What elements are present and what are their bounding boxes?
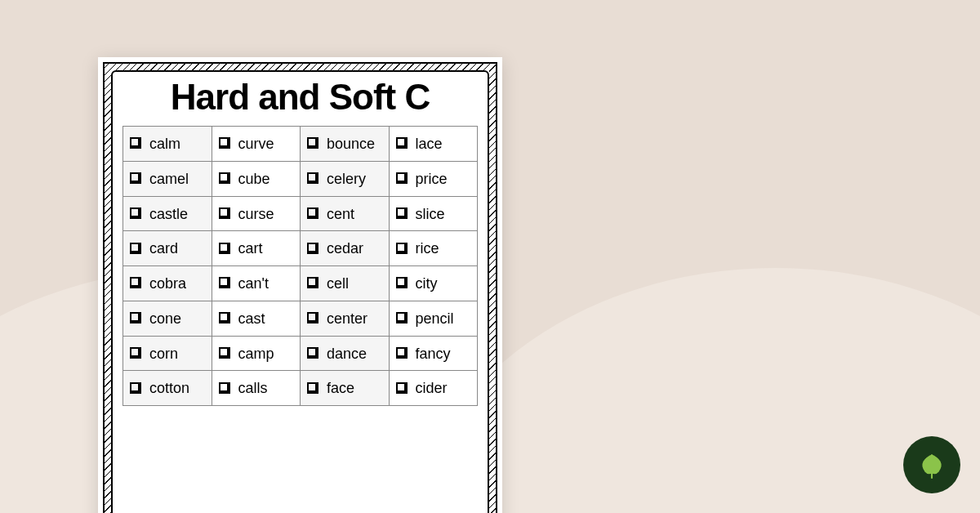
word-table: calmcurvebouncelacecamelcubecelerypricec… (122, 126, 478, 406)
checkbox-icon[interactable] (219, 277, 230, 288)
checkbox-icon[interactable] (130, 277, 141, 288)
word-text: corn (149, 345, 178, 361)
checkbox-icon[interactable] (130, 382, 141, 394)
table-row: calmcurvebouncelace (123, 127, 478, 162)
word-text: castle (149, 205, 188, 221)
word-cell: cone (123, 301, 212, 336)
word-cell: corn (123, 336, 212, 371)
checkbox-icon[interactable] (396, 243, 408, 254)
checkbox-icon[interactable] (130, 243, 141, 254)
word-text: cart (238, 240, 263, 256)
checkbox-icon[interactable] (396, 137, 408, 149)
table-row: cottoncallsfacecider (123, 371, 478, 406)
checkbox-icon[interactable] (130, 347, 141, 359)
brand-logo-badge (903, 436, 960, 493)
table-row: castlecursecentslice (123, 196, 478, 231)
word-cell: cider (389, 371, 478, 406)
checkbox-icon[interactable] (307, 172, 318, 184)
word-text: can't (238, 275, 269, 292)
word-cell: castle (123, 196, 212, 231)
word-text: price (416, 171, 448, 187)
checkbox-icon[interactable] (130, 312, 141, 323)
word-cell: cart (212, 231, 301, 266)
word-text: cent (327, 205, 354, 221)
word-text: slice (416, 205, 445, 221)
word-cell: camp (212, 336, 301, 371)
word-text: cube (238, 171, 270, 187)
word-text: city (416, 275, 438, 292)
checkbox-icon[interactable] (130, 172, 141, 184)
checkbox-icon[interactable] (219, 347, 230, 359)
word-cell: cent (301, 196, 390, 231)
checkbox-icon[interactable] (396, 382, 408, 394)
word-text: bounce (327, 136, 375, 152)
word-text: dance (327, 345, 367, 361)
worksheet-title: Hard and Soft C (122, 77, 478, 118)
worksheet-page: Hard and Soft C calmcurvebouncelacecamel… (98, 57, 502, 513)
word-text: curse (238, 205, 274, 221)
checkbox-icon[interactable] (219, 243, 230, 254)
word-cell: rice (389, 231, 478, 266)
checkbox-icon[interactable] (396, 277, 408, 288)
checkbox-icon[interactable] (396, 207, 408, 219)
checkbox-icon[interactable] (307, 137, 318, 149)
word-text: calm (149, 136, 180, 152)
word-cell: card (123, 231, 212, 266)
word-text: cider (416, 380, 448, 396)
word-cell: celery (301, 161, 390, 196)
checkbox-icon[interactable] (219, 207, 230, 219)
word-text: curve (238, 136, 274, 152)
checkbox-icon[interactable] (307, 382, 318, 394)
word-cell: curse (212, 196, 301, 231)
checkbox-icon[interactable] (219, 382, 230, 394)
word-text: camel (149, 171, 189, 187)
leaf-icon (915, 448, 949, 482)
word-cell: city (389, 266, 478, 301)
word-cell: curve (212, 127, 301, 162)
checkbox-icon[interactable] (219, 312, 230, 323)
word-cell: face (301, 371, 390, 406)
word-text: cast (238, 310, 265, 327)
table-row: cobracan'tcellcity (123, 266, 478, 301)
word-cell: fancy (389, 336, 478, 371)
word-cell: cube (212, 161, 301, 196)
word-cell: slice (389, 196, 478, 231)
word-text: center (327, 310, 368, 327)
checkbox-icon[interactable] (219, 172, 230, 184)
word-text: camp (238, 345, 274, 361)
checkbox-icon[interactable] (307, 312, 318, 323)
word-text: cone (149, 310, 181, 327)
checkbox-icon[interactable] (307, 207, 318, 219)
word-cell: bounce (301, 127, 390, 162)
checkbox-icon[interactable] (307, 347, 318, 359)
checkbox-icon[interactable] (396, 312, 408, 323)
word-cell: cast (212, 301, 301, 336)
word-text: calls (238, 380, 268, 396)
checkbox-icon[interactable] (130, 207, 141, 219)
checkbox-icon[interactable] (396, 347, 408, 359)
word-cell: dance (301, 336, 390, 371)
word-cell: calls (212, 371, 301, 406)
word-text: pencil (416, 310, 454, 327)
checkbox-icon[interactable] (307, 277, 318, 288)
checkbox-icon[interactable] (307, 243, 318, 254)
word-text: cotton (149, 380, 189, 396)
word-cell: calm (123, 127, 212, 162)
word-cell: lace (389, 127, 478, 162)
table-row: corncampdancefancy (123, 336, 478, 371)
word-text: rice (416, 240, 439, 256)
table-row: camelcubeceleryprice (123, 161, 478, 196)
word-cell: pencil (389, 301, 478, 336)
checkbox-icon[interactable] (219, 137, 230, 149)
word-text: cell (327, 275, 349, 292)
table-row: cardcartcedarrice (123, 231, 478, 266)
table-row: conecastcenterpencil (123, 301, 478, 336)
checkbox-icon[interactable] (396, 172, 408, 184)
word-cell: center (301, 301, 390, 336)
word-cell: cell (301, 266, 390, 301)
word-cell: can't (212, 266, 301, 301)
word-text: fancy (416, 345, 451, 361)
word-cell: cedar (301, 231, 390, 266)
word-cell: camel (123, 161, 212, 196)
checkbox-icon[interactable] (130, 137, 141, 149)
